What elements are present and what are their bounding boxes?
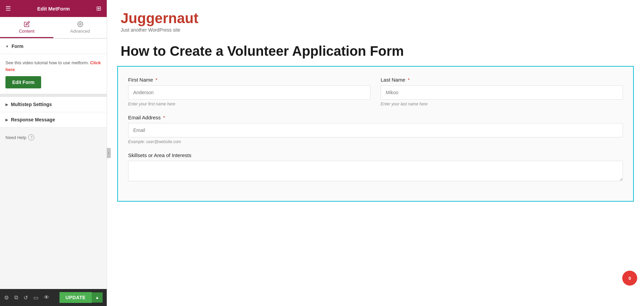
multistep-arrow-icon: ▶ — [5, 103, 8, 106]
gear-icon — [77, 21, 83, 27]
hamburger-icon[interactable]: ☰ — [5, 5, 11, 12]
grid-icon[interactable]: ⊞ — [96, 5, 101, 12]
tabs-row: Content Advanced — [0, 17, 107, 39]
response-arrow-icon: ▶ — [5, 118, 8, 122]
bottom-icons: ⚙ ⧉ ↺ ▭ 👁 — [4, 294, 49, 301]
form-section-body: See this video tutorial how to use metfo… — [0, 54, 107, 94]
need-help-label: Need Help — [5, 135, 26, 140]
form-container: First Name * Enter your first name here … — [117, 66, 634, 202]
first-name-label: First Name * — [128, 77, 370, 83]
edit-form-button[interactable]: Edit Form — [5, 76, 41, 88]
last-name-required: * — [408, 77, 410, 83]
tutorial-text: See this video tutorial how to use metfo… — [5, 60, 101, 73]
left-panel: ☰ Edit MetForm ⊞ Content Advanced ▼ Form — [0, 0, 107, 306]
panel-title: Edit MetForm — [37, 6, 70, 12]
page-title: How to Create a Volunteer Application Fo… — [107, 39, 644, 66]
panel-header: ☰ Edit MetForm ⊞ — [0, 0, 107, 17]
content-tab-label: Content — [19, 29, 35, 34]
skillsets-label: Skillsets or Area of Interests — [128, 152, 623, 158]
update-button[interactable]: UPDATE — [59, 292, 92, 303]
site-header: Juggernaut Just another WordPress site — [107, 0, 644, 39]
email-label: Email Address * — [128, 115, 623, 120]
preview-icon[interactable]: 👁 — [44, 294, 49, 301]
form-arrow-icon: ▼ — [5, 45, 9, 48]
first-name-hint: Enter your first name here — [128, 102, 370, 106]
last-name-label: Last Name * — [381, 77, 623, 83]
help-icon[interactable]: ? — [28, 134, 34, 140]
skillsets-col: Skillsets or Area of Interests — [128, 152, 623, 183]
multistep-section-label: Multistep Settings — [11, 102, 52, 107]
skillsets-textarea[interactable] — [128, 161, 623, 181]
email-col: Email Address * Example: user@website.co… — [128, 115, 623, 144]
tab-content[interactable]: Content — [0, 17, 53, 38]
panel-collapse-handle[interactable]: ‹ — [107, 148, 111, 158]
panel-content: ▼ Form See this video tutorial how to us… — [0, 39, 107, 306]
update-dropdown-button[interactable]: ▲ — [92, 292, 103, 303]
first-name-input[interactable] — [128, 85, 370, 100]
history-icon[interactable]: ↺ — [23, 294, 28, 301]
divider-1 — [0, 94, 107, 97]
update-btn-group: UPDATE ▲ — [59, 292, 103, 303]
last-name-hint: Enter your last name here — [381, 102, 623, 106]
last-name-col: Last Name * Enter your last name here — [381, 77, 623, 106]
email-required: * — [163, 115, 165, 120]
response-section-header[interactable]: ▶ Response Message — [0, 112, 107, 128]
responsive-icon[interactable]: ▭ — [33, 294, 38, 301]
cart-count-badge[interactable]: 0 — [622, 271, 637, 286]
multistep-section-header[interactable]: ▶ Multistep Settings — [0, 97, 107, 112]
pencil-icon — [24, 21, 30, 27]
main-content: Juggernaut Just another WordPress site H… — [107, 0, 644, 306]
email-hint: Example: user@website.com — [128, 139, 623, 144]
advanced-tab-label: Advanced — [70, 29, 90, 34]
site-tagline: Just another WordPress site — [121, 27, 630, 33]
tab-advanced[interactable]: Advanced — [53, 17, 107, 38]
response-section-label: Response Message — [11, 117, 55, 122]
site-logo: Juggernaut — [121, 10, 630, 27]
name-row: First Name * Enter your first name here … — [128, 77, 623, 106]
email-input[interactable] — [128, 123, 623, 137]
first-name-required: * — [156, 77, 158, 83]
first-name-col: First Name * Enter your first name here — [128, 77, 370, 106]
last-name-input[interactable] — [381, 85, 623, 100]
settings-icon[interactable]: ⚙ — [4, 294, 9, 301]
layers-icon[interactable]: ⧉ — [14, 294, 18, 301]
need-help-section: Need Help ? — [0, 128, 107, 147]
form-section-header[interactable]: ▼ Form — [0, 39, 107, 54]
bottom-bar: ⚙ ⧉ ↺ ▭ 👁 UPDATE ▲ — [0, 289, 107, 306]
svg-point-0 — [79, 23, 81, 25]
form-section-label: Form — [12, 44, 23, 49]
